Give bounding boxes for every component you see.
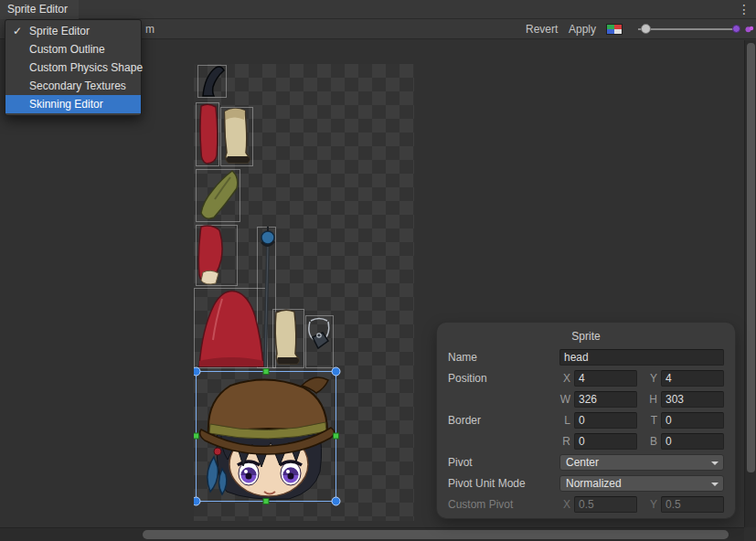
position-label: Position	[448, 372, 559, 385]
name-input[interactable]: head	[559, 349, 724, 366]
custom-pivot-row: Custom Pivot X 0.5 Y 0.5	[448, 493, 724, 514]
checkmark-icon: ✓	[13, 22, 22, 40]
sprite-sleeve[interactable]	[200, 104, 218, 164]
menu-item-sprite-editor[interactable]: ✓ Sprite Editor	[5, 22, 141, 40]
custom-pivot-y-input: 0.5	[661, 496, 724, 513]
menu-item-label: Skinning Editor	[29, 98, 103, 111]
menu-item-secondary-textures[interactable]: Secondary Textures	[5, 77, 141, 95]
position-y-input[interactable]: 4	[661, 370, 724, 387]
sprite-boot-2[interactable]	[275, 310, 299, 364]
sprite-inspector-panel: Sprite Name head Position X 4 Y 4 W 326 …	[437, 323, 735, 518]
zoom-slider-track[interactable]	[638, 28, 739, 30]
pivot-dropdown[interactable]: Center	[559, 454, 724, 471]
y-axis-label: Y	[646, 372, 657, 385]
name-label: Name	[448, 351, 559, 364]
b-axis-label: B	[646, 435, 657, 448]
border-r-input[interactable]: 0	[574, 433, 637, 450]
menu-item-label: Sprite Editor	[29, 25, 90, 37]
mip-slider-knob[interactable]	[732, 25, 740, 33]
menu-item-custom-physics-shape[interactable]: Custom Physics Shape	[5, 58, 141, 77]
apply-button[interactable]: Apply	[569, 23, 596, 36]
sprite-amulet[interactable]	[309, 319, 329, 349]
menu-item-label: Custom Physics Shape	[29, 61, 143, 74]
sprite-hat-tip[interactable]	[203, 67, 224, 96]
horizontal-scrollbar-thumb[interactable]	[143, 530, 729, 539]
t-axis-label: T	[646, 414, 657, 427]
sprite-head[interactable]	[200, 377, 335, 499]
position-w-input[interactable]: 326	[574, 391, 637, 408]
custom-pivot-label: Custom Pivot	[448, 498, 559, 511]
position-row-wh: W 326 H 303	[448, 388, 724, 409]
custom-pivot-x-input: 0.5	[574, 496, 637, 513]
menu-item-custom-outline[interactable]: Custom Outline	[5, 40, 141, 58]
sprite-editor-menu-button[interactable]: Sprite Editor	[0, 0, 79, 19]
sprite-editor-dropdown-menu: ✓ Sprite Editor Custom Outline Custom Ph…	[5, 19, 142, 116]
name-row: Name head	[448, 346, 724, 367]
sprite-atlas	[194, 64, 414, 521]
pivot-unit-mode-value: Normalized	[566, 477, 622, 490]
x-axis-label: X	[559, 498, 570, 511]
zoom-slider-knob[interactable]	[641, 24, 651, 34]
menu-item-label: Custom Outline	[29, 43, 105, 56]
sprite-hat[interactable]	[199, 292, 263, 366]
pivot-unit-mode-dropdown[interactable]: Normalized	[559, 475, 724, 492]
pivot-row: Pivot Center	[448, 451, 724, 472]
l-axis-label: L	[559, 414, 570, 427]
h-axis-label: H	[646, 393, 657, 406]
chevron-down-icon	[711, 461, 719, 465]
border-b-input[interactable]: 0	[661, 433, 724, 450]
position-h-input[interactable]: 303	[661, 391, 724, 408]
border-l-input[interactable]: 0	[574, 412, 637, 429]
vertical-scrollbar[interactable]	[744, 40, 756, 527]
zoom-slider[interactable]	[638, 19, 740, 39]
pivot-label: Pivot	[448, 456, 559, 469]
mip-levels-icon[interactable]	[745, 25, 754, 34]
window-title: Sprite Editor	[7, 3, 68, 16]
sprite-arm[interactable]	[198, 226, 222, 284]
sprite-panel-title: Sprite	[448, 328, 724, 346]
pivot-unit-mode-label: Pivot Unit Mode	[448, 477, 559, 490]
position-row-xy: Position X 4 Y 4	[448, 367, 724, 388]
horizontal-scrollbar[interactable]	[0, 527, 744, 541]
border-row-rb: R 0 B 0	[448, 430, 724, 451]
menu-item-skinning-editor[interactable]: Skinning Editor	[5, 95, 141, 113]
menu-item-label: Secondary Textures	[29, 80, 126, 92]
kebab-menu-icon[interactable]: ⋮	[738, 2, 751, 16]
sprite-editor-window: Sprite Editor ⋮ m Revert Apply	[0, 0, 756, 541]
x-axis-label: X	[559, 372, 570, 385]
rgb-alpha-toggle-icon[interactable]	[606, 24, 623, 35]
sprite-atlas-canvas[interactable]	[194, 64, 414, 521]
w-axis-label: W	[559, 393, 570, 406]
border-label: Border	[448, 414, 559, 427]
position-x-input[interactable]: 4	[574, 370, 637, 387]
pivot-unit-mode-row: Pivot Unit Mode Normalized	[448, 472, 724, 493]
y-axis-label: Y	[646, 498, 657, 511]
revert-button[interactable]: Revert	[526, 23, 558, 36]
chevron-down-icon	[711, 483, 719, 486]
scrollbar-corner	[744, 527, 756, 541]
sprite-boot[interactable]	[225, 109, 250, 163]
trim-button-fragment[interactable]: m	[145, 23, 154, 36]
border-row-lt: Border L 0 T 0	[448, 409, 724, 430]
sprite-scarf[interactable]	[201, 171, 238, 218]
border-t-input[interactable]: 0	[661, 412, 724, 429]
titlebar: Sprite Editor ⋮	[0, 0, 756, 19]
pivot-value: Center	[566, 456, 599, 469]
r-axis-label: R	[559, 435, 570, 448]
vertical-scrollbar-thumb[interactable]	[747, 43, 755, 472]
